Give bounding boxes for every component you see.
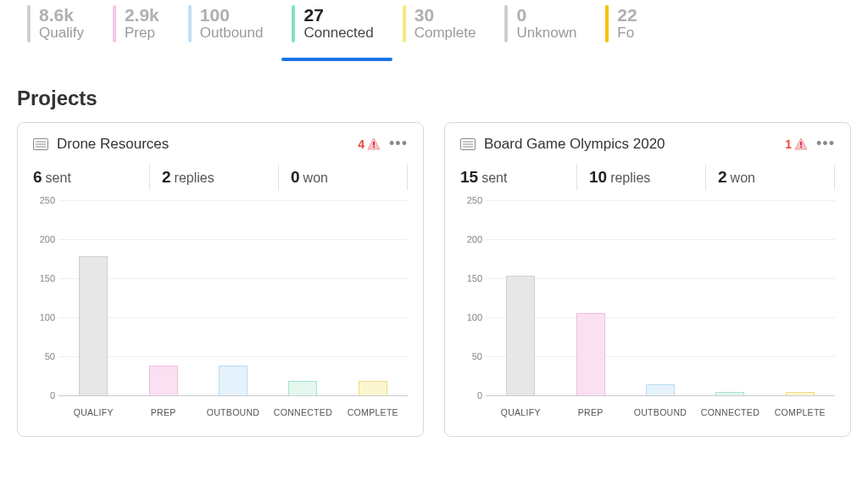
x-label: COMPLETE: [338, 400, 408, 421]
metrics-row: 15sent10replies2won: [460, 165, 835, 190]
metric-replies: 2replies: [149, 165, 278, 190]
project-title[interactable]: Board Game Olympics 2020: [484, 136, 776, 153]
bar-outbound[interactable]: [646, 384, 675, 395]
x-label: COMPLETE: [765, 400, 835, 421]
metric-label: sent: [46, 171, 71, 185]
list-icon: [460, 138, 476, 150]
stage-color-bar: [188, 5, 192, 42]
bar-connected[interactable]: [288, 381, 317, 395]
svg-rect-5: [373, 146, 375, 148]
y-tick: 100: [33, 312, 55, 322]
stage-label: Qualify: [39, 25, 84, 42]
metrics-row: 6sent2replies0won: [33, 165, 408, 190]
metric-value: 15: [460, 168, 478, 186]
stage-color-bar: [504, 5, 508, 42]
svg-rect-10: [800, 142, 802, 146]
bar-prep[interactable]: [576, 313, 605, 395]
alert-badge[interactable]: 1: [785, 137, 808, 151]
stage-label: Unknown: [516, 25, 576, 42]
metric-label: replies: [610, 171, 650, 185]
stage-label: Outbound: [200, 25, 264, 42]
metric-label: won: [731, 171, 755, 185]
bar-complete[interactable]: [786, 392, 815, 395]
projects-heading: Projects: [0, 59, 868, 122]
x-label: QUALIFY: [486, 400, 555, 421]
stage-count: 8.6k: [39, 5, 84, 25]
metric-label: won: [303, 171, 328, 185]
bar-complete[interactable]: [359, 381, 387, 395]
stage-count: 0: [516, 5, 576, 25]
stage-label: Prep: [125, 25, 159, 42]
metric-label: sent: [481, 171, 507, 185]
metric-won: 0won: [278, 165, 408, 190]
y-tick: 50: [460, 351, 482, 361]
metric-sent: 15sent: [460, 165, 576, 190]
stage-count: 100: [200, 5, 264, 25]
list-icon: [33, 138, 48, 150]
stage-count: 27: [303, 5, 373, 25]
y-tick: 0: [33, 390, 55, 400]
x-label: CONNECTED: [268, 400, 337, 421]
stage-tab-unknown[interactable]: 0 Unknown: [494, 0, 595, 59]
metric-replies: 10replies: [576, 165, 705, 190]
bar-qualify[interactable]: [506, 276, 535, 395]
bar-prep[interactable]: [149, 366, 178, 395]
metric-value: 10: [589, 168, 607, 186]
metric-value: 0: [291, 168, 300, 186]
stage-tab-complete[interactable]: 30 Complete: [392, 0, 495, 59]
y-tick: 50: [33, 351, 55, 361]
stage-tab-connected[interactable]: 27 Connected: [281, 0, 392, 59]
x-label: PREP: [128, 400, 198, 421]
stage-tab-prep[interactable]: 2.9k Prep: [103, 0, 178, 59]
bar-outbound[interactable]: [219, 366, 248, 395]
metric-value: 2: [718, 168, 727, 186]
project-card: Board Game Olympics 2020 1 •••15sent10re…: [444, 122, 851, 437]
stage-count: 2.9k: [125, 5, 159, 25]
x-label: PREP: [555, 400, 625, 421]
y-tick: 0: [460, 390, 482, 400]
stage-label: Fo: [617, 25, 637, 42]
stage-count: 22: [617, 5, 637, 25]
x-label: OUTBOUND: [198, 400, 268, 421]
y-tick: 150: [33, 273, 55, 283]
alert-badge[interactable]: 4: [358, 137, 381, 151]
x-label: OUTBOUND: [626, 400, 695, 421]
stage-tab-outbound[interactable]: 100 Outbound: [178, 0, 282, 59]
stage-label: Connected: [303, 25, 373, 42]
stage-count: 30: [415, 5, 476, 25]
x-label: CONNECTED: [695, 400, 765, 421]
stage-color-bar: [605, 5, 609, 42]
stage-tab-followup[interactable]: 22 Fo: [595, 0, 655, 59]
y-tick: 150: [460, 273, 482, 283]
stage-color-bar: [27, 5, 31, 42]
svg-rect-4: [373, 142, 375, 146]
metric-value: 2: [162, 168, 171, 186]
metric-won: 2won: [705, 165, 835, 190]
stage-color-bar: [403, 5, 406, 42]
metric-label: replies: [175, 171, 214, 185]
metric-sent: 6sent: [33, 165, 149, 190]
project-card: Drone Resources 4 •••6sent2replies0won05…: [17, 122, 424, 437]
svg-rect-11: [800, 146, 802, 148]
x-label: QUALIFY: [58, 400, 128, 421]
more-menu-icon[interactable]: •••: [816, 135, 835, 153]
y-tick: 100: [460, 312, 482, 322]
y-tick: 200: [460, 234, 482, 244]
stage-bar-chart: 050100150200250QUALIFYPREPOUTBOUNDCONNEC…: [33, 200, 408, 421]
stage-bar-chart: 050100150200250QUALIFYPREPOUTBOUNDCONNEC…: [460, 200, 835, 421]
projects-row: Drone Resources 4 •••6sent2replies0won05…: [0, 122, 868, 454]
stage-color-bar: [292, 5, 295, 42]
more-menu-icon[interactable]: •••: [389, 135, 408, 153]
metric-value: 6: [33, 168, 42, 186]
stage-label: Complete: [415, 25, 476, 42]
y-tick: 250: [33, 195, 55, 205]
y-tick: 250: [460, 195, 482, 205]
bar-connected[interactable]: [715, 392, 744, 395]
y-tick: 200: [33, 234, 55, 244]
stage-tab-qualify[interactable]: 8.6k Qualify: [17, 0, 103, 59]
stage-tabs: 8.6k Qualify 2.9k Prep 100 Outbound 27 C…: [0, 0, 868, 59]
project-title[interactable]: Drone Resources: [57, 136, 349, 153]
bar-qualify[interactable]: [79, 256, 108, 395]
stage-color-bar: [113, 5, 116, 42]
